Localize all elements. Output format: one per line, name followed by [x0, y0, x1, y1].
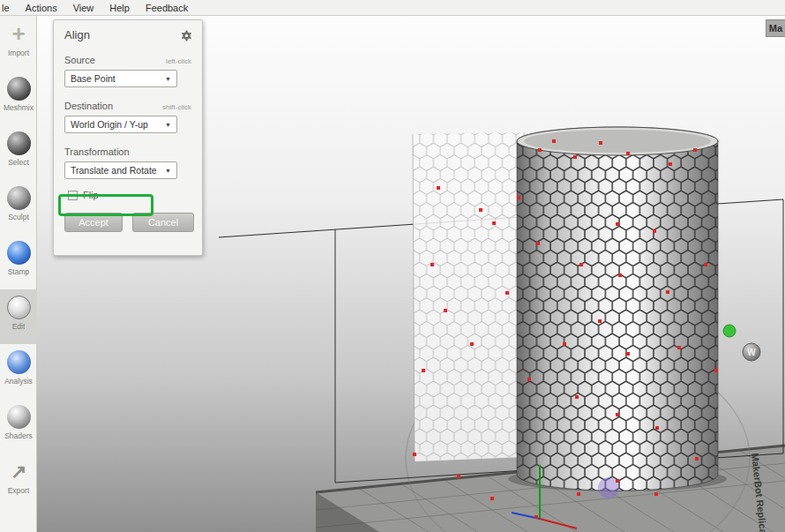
sidebar-item-sculpt[interactable]: Sculpt [0, 180, 37, 235]
export-arrow-icon: ↗ [11, 460, 26, 483]
destination-dropdown-value: World Origin / Y-up [71, 119, 148, 130]
sidebar-item-export[interactable]: ↗ Export [0, 453, 37, 508]
sidebar-item-label: Shaders [4, 431, 33, 440]
tool-sidebar: + Import Meshmix Select Sculpt Stamp Edi… [0, 16, 37, 532]
edit-wireframe-icon [7, 296, 31, 319]
w-badge-label: W [747, 348, 756, 357]
flip-checkbox[interactable] [68, 191, 78, 200]
corner-panel-badge[interactable]: Ma [766, 19, 785, 37]
w-axis-badge[interactable]: W [743, 343, 760, 361]
accept-button[interactable]: Accept [64, 213, 123, 232]
source-label: Source [64, 55, 95, 65]
select-sphere-icon [7, 131, 31, 155]
menu-view[interactable]: View [73, 3, 94, 13]
chevron-down-icon: ▼ [165, 76, 171, 82]
sidebar-item-stamp[interactable]: Stamp [0, 235, 37, 289]
sidebar-item-label: Import [8, 49, 29, 57]
menu-help[interactable]: Help [109, 3, 130, 13]
ghost-mesh [413, 132, 524, 461]
transformation-dropdown[interactable]: Translate and Rotate ▼ [64, 161, 177, 179]
align-panel: Align Source left-click Base Point ▼ Des… [53, 19, 203, 256]
meshmix-sphere-icon [7, 77, 31, 101]
source-dropdown-value: Base Point [71, 73, 116, 84]
sidebar-item-label: Meshmix [4, 103, 34, 112]
sidebar-item-analysis[interactable]: Analysis [0, 344, 37, 399]
sidebar-item-label: Analysis [4, 377, 33, 386]
analysis-sphere-icon [7, 350, 31, 374]
panel-title: Align [54, 20, 202, 41]
sidebar-item-shaders[interactable]: Shaders [0, 399, 37, 453]
sidebar-item-edit[interactable]: Edit [0, 289, 37, 344]
sidebar-item-label: Edit [12, 322, 26, 331]
stamp-sphere-icon [7, 241, 31, 265]
menu-feedback[interactable]: Feedback [146, 3, 188, 13]
source-dropdown[interactable]: Base Point ▼ [64, 70, 177, 87]
sidebar-item-meshmix[interactable]: Meshmix [0, 71, 37, 125]
import-plus-icon: + [11, 22, 25, 46]
cancel-button[interactable]: Cancel [132, 213, 194, 232]
transformation-dropdown-value: Translate and Rotate [71, 165, 157, 176]
destination-hint: shift-click [162, 103, 191, 111]
source-hint: left-click [166, 57, 191, 65]
destination-dropdown[interactable]: World Origin / Y-up ▼ [64, 116, 177, 133]
app-window: MakerBot Replicator [0, 0, 785, 532]
pivot-sphere[interactable] [598, 477, 619, 498]
chevron-down-icon: ▼ [165, 122, 171, 128]
flip-row: Flip [68, 190, 202, 200]
chevron-down-icon: ▼ [165, 168, 171, 174]
menu-actions[interactable]: Actions [26, 3, 57, 13]
sidebar-item-label: Sculpt [8, 213, 29, 221]
menu-bar: le Actions View Help Feedback [0, 0, 785, 16]
sculpt-sphere-icon [7, 186, 31, 210]
sidebar-item-label: Stamp [8, 267, 30, 276]
gear-icon[interactable] [181, 29, 193, 41]
flip-label: Flip [83, 190, 99, 200]
transformation-label: Transformation [64, 146, 130, 157]
destination-label: Destination [64, 101, 113, 111]
honeycomb-cylinder[interactable] [517, 127, 718, 491]
menu-file[interactable]: le [2, 3, 10, 13]
sidebar-item-label: Export [8, 486, 30, 495]
shaders-sphere-icon [7, 405, 31, 429]
sidebar-item-select[interactable]: Select [0, 125, 37, 180]
sidebar-item-import[interactable]: + Import [0, 16, 37, 71]
sidebar-item-label: Select [8, 158, 29, 167]
green-handle[interactable] [723, 325, 736, 337]
